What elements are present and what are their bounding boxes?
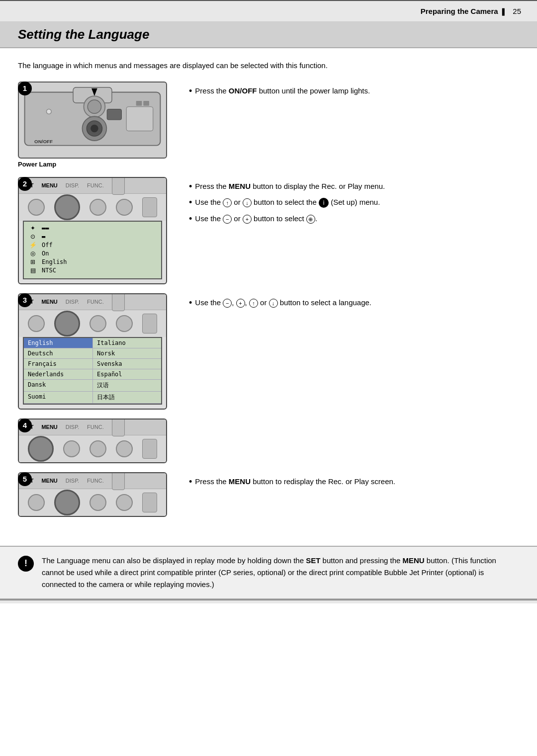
screen-area-2: ✦ ▬▬ ⊙ ▬ ⚡ Off — [23, 221, 162, 279]
panel-thumb-icon-3 — [112, 293, 125, 312]
step-3-bullet-text: Use the −, +, ↑ or ↓ button to select a … — [195, 297, 519, 309]
section-title: Preparing the Camera — [421, 7, 498, 15]
screen-icon-ntsc: ▤ — [28, 267, 38, 274]
disp-button-5[interactable] — [90, 494, 106, 511]
step-2-bullet-2: • Use the ↑ or ↓ button to select the i … — [189, 197, 519, 208]
note-icon: ! — [18, 556, 34, 572]
screen-val-ntsc: NTSC — [42, 267, 56, 274]
disp-label-5: DISP. — [66, 478, 79, 484]
menu-label-3: MENU — [41, 299, 57, 305]
step-1-bullet-1: • Press the ON/OFF button until the powe… — [189, 85, 519, 97]
func-button-2[interactable] — [116, 199, 133, 216]
screen-val-1: ▬▬ — [42, 225, 49, 232]
thumb-wheel-3[interactable] — [142, 314, 157, 334]
screen-icon-lang: ⊞ — [28, 258, 38, 265]
step-5-bullet-text: Press the MENU button to redisplay the R… — [195, 476, 519, 488]
sym-up-3: ↑ — [249, 299, 258, 308]
header-text: Preparing the Camera ❚ 25 — [421, 7, 521, 16]
screen-row-2: ⊙ ▬ — [28, 233, 157, 240]
func-button-5[interactable] — [116, 494, 133, 511]
step-4-panel: SET MENU DISP. FUNC. — [18, 419, 167, 463]
sym-up: ↑ — [223, 198, 232, 207]
lang-cell-japanese: 日本語 — [92, 392, 161, 404]
screen-row-off: ⚡ Off — [28, 242, 157, 249]
func-label-5: FUNC. — [87, 478, 104, 484]
lang-cell-italiano: Italiano — [92, 338, 161, 348]
menu-button-3[interactable] — [54, 311, 80, 336]
svg-rect-7 — [126, 106, 153, 131]
set-button-2[interactable] — [28, 199, 45, 216]
thumb-wheel-5[interactable] — [142, 493, 157, 512]
panel-thumb-icon-4 — [112, 419, 125, 437]
step-5-wrapper: 5 SET MENU DISP. FUNC. — [18, 472, 177, 517]
sym-target-1: ⊕ — [306, 215, 315, 224]
step-1-text: • Press the ON/OFF button until the powe… — [189, 82, 519, 102]
step-1-image-col: 1 ON/OFF — [18, 82, 177, 168]
func-button-3[interactable] — [116, 315, 133, 332]
screen-row-1: ✦ ▬▬ — [28, 225, 157, 232]
intro-paragraph: The language in which menus and messages… — [18, 60, 519, 72]
panel-buttons-row-5 — [19, 489, 166, 516]
lang-cell-espanol: Español — [92, 369, 161, 380]
func-label: FUNC. — [87, 182, 104, 188]
step-5-bullet-1: • Press the MENU button to redisplay the… — [189, 476, 519, 488]
power-lamp-label: Power Lamp — [18, 161, 177, 168]
bullet-dot-5: • — [189, 477, 192, 486]
step-4-image-col: 4 SET MENU DISP. FUNC. — [18, 419, 177, 463]
sym-info: i — [319, 198, 329, 208]
lang-cell-english: English — [24, 338, 92, 348]
step-3-bullet-1: • Use the −, +, ↑ or ↓ button to select … — [189, 297, 519, 309]
disp-label-4: DISP. — [66, 424, 79, 430]
lang-cell-dansk: Dansk — [24, 380, 92, 392]
steps-container: 1 ON/OFF — [18, 82, 519, 526]
step-5-badge: 5 — [18, 472, 32, 486]
step-3-panel: SET MENU DISP. FUNC. — [18, 293, 167, 410]
svg-rect-10 — [107, 109, 121, 119]
panel-thumb-icon — [112, 177, 125, 195]
step-5-row: 5 SET MENU DISP. FUNC. — [18, 472, 519, 517]
panel-top-bar-5: SET MENU DISP. FUNC. — [19, 473, 166, 489]
note-section: ! The Language menu can also be displaye… — [0, 546, 537, 599]
step-3-wrapper: 3 SET MENU DISP. FUNC. — [18, 293, 177, 410]
menu-button-4[interactable] — [63, 440, 80, 457]
thumb-wheel-2[interactable] — [142, 197, 157, 217]
screen-row-on: ◎ On — [28, 250, 157, 257]
step-3-image-col: 3 SET MENU DISP. FUNC. — [18, 293, 177, 410]
step-2-panel: SET MENU DISP. FUNC. — [18, 177, 167, 284]
step-4-row: 4 SET MENU DISP. FUNC. — [18, 419, 519, 463]
screen-row-english: ⊞ English — [28, 258, 157, 265]
set-button-4[interactable] — [28, 436, 54, 462]
thumb-wheel-4[interactable] — [142, 439, 157, 459]
screen-val-off: Off — [42, 242, 53, 249]
header-separator: ❚ — [500, 7, 507, 15]
page-title: Setting the Language — [18, 27, 519, 42]
step-1-row: 1 ON/OFF — [18, 82, 519, 168]
func-button-4[interactable] — [116, 440, 133, 457]
disp-button-4[interactable] — [90, 440, 106, 457]
title-section: Setting the Language — [0, 22, 537, 48]
step-5-text: • Press the MENU button to redisplay the… — [189, 472, 519, 493]
disp-button-3[interactable] — [90, 315, 106, 332]
screen-val-2: ▬ — [42, 233, 45, 240]
screen-icon-1: ✦ — [28, 225, 38, 232]
disp-button-2[interactable] — [90, 199, 106, 216]
sym-left-3: − — [223, 299, 232, 308]
set-button-3[interactable] — [28, 315, 45, 332]
menu-label-5: MENU — [41, 478, 57, 484]
panel-top-bar-2: SET MENU DISP. FUNC. — [19, 178, 166, 194]
lang-cell-deutsch: Deutsch — [24, 348, 92, 359]
menu-button-2[interactable] — [54, 194, 80, 220]
disp-label: DISP. — [66, 182, 79, 188]
screen-row-ntsc: ▤ NTSC — [28, 267, 157, 274]
step-2-bullet-text-1: Press the MENU button to display the Rec… — [195, 181, 519, 192]
header-bar: Preparing the Camera ❚ 25 — [0, 0, 537, 22]
step-2-bullet-3: • Use the − or + button to select ⊕. — [189, 213, 519, 225]
main-content: The language in which menus and messages… — [0, 48, 537, 538]
lang-cell-nederlands: Nederlands — [24, 369, 92, 380]
screen-icon-flash: ⚡ — [28, 242, 38, 249]
menu-button-5[interactable] — [54, 490, 80, 515]
lang-cell-francais: Français — [24, 359, 92, 369]
svg-point-5 — [88, 100, 101, 113]
set-button-5[interactable] — [28, 494, 45, 511]
screen-icon-cam: ◎ — [28, 250, 38, 257]
